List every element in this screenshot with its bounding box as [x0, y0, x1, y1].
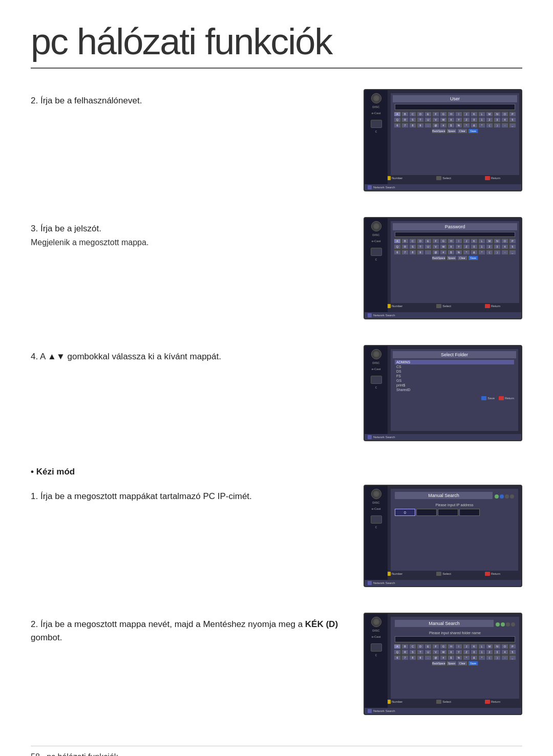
select-btn-2	[436, 176, 441, 180]
step-3-text: 3. Írja be a jelszót. Megjelenik a megos…	[31, 217, 348, 249]
net-label-m1: Network Search	[373, 581, 395, 585]
bottom-return-2: Return	[485, 176, 500, 180]
dot-3-m1	[505, 494, 509, 499]
key-backspace: BackSpace	[432, 128, 446, 134]
left-panel-3: DISC e-Cast C	[365, 218, 388, 312]
key-B: B	[401, 112, 409, 117]
page-container: pc hálózati funkciók 2. Írja be a felhas…	[0, 0, 553, 756]
dot-4-m2	[511, 622, 515, 627]
manual-title-row-1: Manual Search	[393, 491, 516, 502]
manual-step-2-text: 2. Írja be a megosztott mappa nevét, maj…	[31, 613, 348, 644]
content-area: 2. Írja be a felhasználónevet. DISC e-Ca…	[31, 89, 522, 715]
manual-title-2: Manual Search	[395, 620, 494, 627]
key-S: S	[409, 117, 416, 122]
step-row-3: 3. Írja be a jelszót. Megjelenik a megos…	[31, 217, 522, 319]
bottom-select-2: Select	[436, 176, 451, 180]
folder-admins: ADMINS	[395, 360, 514, 364]
input-field-3	[395, 232, 515, 237]
key-hash: #	[440, 123, 447, 128]
key-amp: &	[471, 123, 478, 128]
key-M: M	[486, 112, 493, 117]
step-4-text: 4. A ▲▼ gombokkal válassza ki a kívánt m…	[31, 345, 348, 363]
network-bar-m1: Network Search	[365, 580, 521, 586]
manual-section-header: • Kézi mód	[31, 467, 522, 477]
manual-step-2-label: 2. Írja be a megosztott mappa nevét, maj…	[31, 618, 348, 644]
main-content-m2: Manual Search Please input shared folder…	[391, 617, 519, 699]
keyboard-m2: A B C D E F G H I J	[394, 644, 516, 666]
network-bar-m2: Network Search	[365, 708, 521, 714]
folder-prompt-m2: Please input shared folder name	[393, 631, 517, 635]
main-content-m1: Manual Search Please input IP address	[391, 489, 518, 571]
disc-label-2: DISC	[372, 105, 379, 109]
screen-manual-2: DISC e-Cast C Manual Search	[364, 613, 522, 715]
bottom-number-2: Number	[386, 176, 402, 180]
step-4-label: 4. A ▲▼ gombokkal válassza ki a kívánt m…	[31, 350, 348, 363]
folder-fs: FS	[395, 374, 514, 378]
key-save: Save	[468, 128, 478, 134]
screen-title-4: Select Folder	[393, 351, 516, 358]
key-at: @	[432, 123, 439, 128]
key-W: W	[440, 117, 447, 122]
ip-prompt-m1: Please input IP address	[393, 503, 516, 507]
key-rp: )	[494, 123, 501, 128]
key-space: Space	[446, 128, 457, 134]
dot-3-m2	[506, 622, 510, 627]
key-7: 7	[401, 123, 409, 128]
net-label-2: Network Search	[373, 186, 395, 189]
dot-4-m1	[510, 494, 514, 499]
key-9: 9	[417, 123, 424, 128]
disc-icon-4	[371, 349, 381, 359]
key-P: P	[509, 112, 516, 117]
main-content-4: Select Folder ADMINS CS DS FS GS print$ …	[391, 349, 518, 431]
folder-sharedd: SharedD	[395, 387, 514, 392]
tv-screen-2: DISC e-Cast C User A	[365, 90, 521, 184]
ip-box-1: 0	[395, 509, 415, 516]
keyboard-3: A B C D E F G H I J	[394, 239, 516, 261]
step-dots-m1	[495, 494, 514, 499]
folder-bottom-buttons: Save Return	[393, 394, 516, 402]
key-6: 6	[394, 123, 401, 128]
key-J: J	[463, 112, 470, 117]
network-bar-3: Network Search	[365, 312, 521, 318]
screen-2: DISC e-Cast C User A	[364, 89, 522, 191]
left-panel-2: DISC e-Cast C	[365, 90, 388, 184]
dot-2-m2	[501, 622, 505, 627]
bottom-bar-m1: Number Select Return	[368, 571, 518, 577]
key-3: 3	[494, 117, 501, 122]
net-icon-2	[368, 185, 372, 189]
key-Q: Q	[394, 117, 401, 122]
left-panel-m1: DISC e-Cast C	[365, 486, 388, 580]
manual-step-row-2: 2. Írja be a megosztott mappa nevét, maj…	[31, 613, 522, 715]
disc-icon-2	[371, 93, 381, 103]
screen-3: DISC e-Cast C Password A B	[364, 217, 522, 319]
folder-prints: print$	[395, 383, 514, 387]
dot-1-m1	[495, 494, 499, 499]
folder-input-m2	[395, 636, 515, 642]
key-minus: -	[501, 123, 508, 128]
disc-icon-3	[371, 221, 381, 231]
main-content-3: Password A B C D E F G	[391, 221, 519, 303]
key-F: F	[432, 112, 439, 117]
key-dot: .	[424, 123, 432, 128]
key-G: G	[440, 112, 447, 117]
footer-text: 58_ pc hálózati funkciók	[31, 752, 118, 756]
key-dollar: $	[448, 123, 455, 128]
key-E: E	[424, 112, 432, 117]
folder-cs: CS	[395, 364, 514, 369]
side-icon-2a	[371, 120, 382, 128]
key-caret: ^	[463, 123, 470, 128]
tv-screen-manual-1: DISC e-Cast C Manual Search	[365, 486, 521, 580]
ip-box-3	[438, 509, 458, 516]
key-clear: Clear	[457, 128, 467, 134]
step-dots-m2	[496, 622, 515, 627]
dot-2-m1	[500, 494, 504, 499]
bottom-bar-3: Number Select Return	[368, 303, 518, 309]
key-V: V	[432, 117, 439, 122]
screen-manual-1: DISC e-Cast C Manual Search	[364, 485, 522, 587]
input-field-2	[395, 104, 515, 110]
page-title: pc hálózati funkciók	[31, 20, 522, 69]
ip-box-4	[459, 509, 480, 516]
screen-4: DISC e-Cast C Select Folder ADMINS CS DS	[364, 345, 522, 441]
footer: 58_ pc hálózati funkciók	[31, 746, 522, 756]
key-D: D	[417, 112, 424, 117]
